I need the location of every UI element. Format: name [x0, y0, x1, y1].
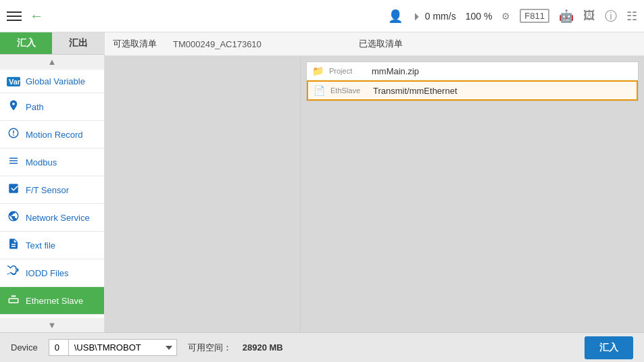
sidebar-label-text-file: Text file [26, 240, 55, 251]
top-bar: ← 👤 ⏵ 0 mm/s 100 % ⚙ F811 🤖 🖼 ⓘ ☷ [0, 0, 644, 32]
settings-icon: ⚙ [501, 11, 510, 22]
device-path-select[interactable]: \USB\TMROBOT [69, 339, 177, 356]
available-list-label: 可选取清单 [113, 38, 157, 50]
var-icon: Var [7, 77, 20, 86]
info-icon[interactable]: ⓘ [605, 8, 617, 24]
back-button[interactable]: ← [30, 8, 43, 24]
f811-badge: F811 [520, 9, 549, 23]
eth-file-icon: 📄 [314, 85, 325, 96]
sidebar-item-iodd-files[interactable]: IODD Files [0, 259, 104, 287]
device-id-label: TM000249_AC173610 [173, 39, 262, 49]
ft-icon [7, 182, 20, 197]
sidebar-item-path[interactable]: Path [0, 93, 104, 121]
sidebar-label-global-variable: Global Variable [26, 76, 85, 86]
sidebar-item-modbus[interactable]: Modbus [0, 149, 104, 176]
sidebar-item-global-variable[interactable]: Var Global Variable [0, 70, 104, 93]
sidebar-item-ethernet-slave[interactable]: Ethernet Slave [0, 287, 104, 315]
sidebar-item-text-file[interactable]: Text file [0, 232, 104, 259]
left-panel [105, 56, 301, 332]
robot-arm-icon[interactable]: 🤖 [559, 9, 574, 24]
device-select-wrapper: 0 \USB\TMROBOT [49, 339, 177, 356]
project-file-value: mmMain.zip [372, 66, 419, 76]
network-icon [7, 210, 20, 225]
sidebar-items: Var Global Variable Path Motion Record [0, 69, 104, 318]
space-label: 可用空间： [188, 342, 232, 354]
project-type-label: Project [329, 67, 366, 75]
sidebar-label-iodd-files: IODD Files [26, 268, 69, 278]
scroll-down-arrow[interactable]: ▼ [0, 318, 104, 332]
main-layout: 汇入 汇出 ▲ Var Global Variable Path Motion … [0, 32, 644, 332]
panels: 📁 Project mmMain.zip 📄 EthSlave Transmit… [105, 56, 644, 332]
ethslave-file-value: Transmit/mmEthernet [373, 86, 457, 96]
sidebar-item-motion-record[interactable]: Motion Record [0, 121, 104, 149]
device-number: 0 [49, 339, 69, 356]
menu-icon[interactable] [7, 11, 22, 21]
motion-icon [7, 127, 20, 142]
selected-list-label: 已选取清单 [359, 38, 403, 50]
iodd-icon [7, 265, 20, 280]
text-file-icon [7, 238, 20, 253]
right-panel: 📁 Project mmMain.zip 📄 EthSlave Transmit… [301, 56, 644, 332]
modbus-icon [7, 155, 20, 170]
sidebar-tabs: 汇入 汇出 [0, 32, 104, 55]
scroll-up-arrow[interactable]: ▲ [0, 55, 104, 69]
percent-display: 100 % [466, 11, 493, 22]
ethslave-type-label: EthSlave [330, 86, 368, 95]
person-icon: 👤 [388, 9, 403, 24]
file-row-project[interactable]: 📁 Project mmMain.zip [307, 62, 638, 80]
device-label: Device [11, 342, 38, 353]
sidebar-label-network-service: Network Service [26, 213, 90, 223]
list-icon[interactable]: ☷ [626, 9, 637, 24]
import-button[interactable]: 汇入 [585, 336, 633, 359]
speed-display: ⏵ 0 mm/s [412, 10, 456, 22]
project-file-icon: 📁 [312, 66, 324, 76]
sidebar-label-ethernet-slave: Ethernet Slave [26, 296, 83, 306]
sidebar-label-motion-record: Motion Record [26, 130, 83, 140]
tab-export[interactable]: 汇出 [52, 32, 104, 54]
ethernet-icon [7, 293, 20, 308]
content-header: 可选取清单 TM000249_AC173610 已选取清单 [105, 32, 644, 56]
sidebar-label-modbus: Modbus [26, 157, 57, 167]
file-row-ethslave[interactable]: 📄 EthSlave Transmit/mmEthernet [307, 80, 638, 101]
sidebar-label-ft-sensor: F/T Sensor [26, 185, 69, 195]
sidebar: 汇入 汇出 ▲ Var Global Variable Path Motion … [0, 32, 105, 332]
bottom-bar: Device 0 \USB\TMROBOT 可用空间： 28920 MB 汇入 [0, 332, 644, 362]
content-area: 可选取清单 TM000249_AC173610 已选取清单 📁 Project … [105, 32, 644, 332]
sidebar-label-path: Path [26, 102, 44, 112]
sidebar-item-network-service[interactable]: Network Service [0, 204, 104, 232]
sidebar-item-ft-sensor[interactable]: F/T Sensor [0, 176, 104, 204]
file-list: 📁 Project mmMain.zip 📄 EthSlave Transmit… [306, 61, 639, 101]
monitor-icon[interactable]: 🖼 [583, 9, 595, 23]
tab-import[interactable]: 汇入 [0, 32, 52, 54]
space-value: 28920 MB [243, 342, 283, 353]
path-icon [7, 99, 20, 114]
